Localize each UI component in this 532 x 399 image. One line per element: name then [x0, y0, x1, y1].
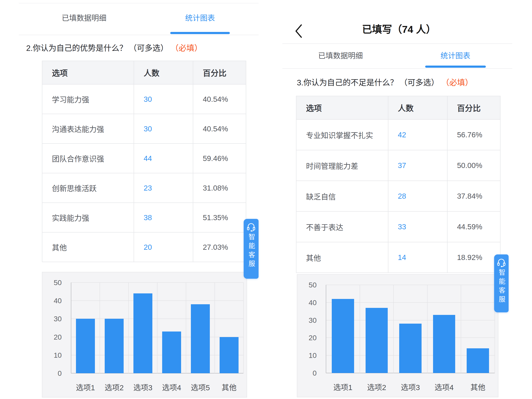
- y-tick-label: 10: [309, 351, 317, 360]
- table-row: 实践能力强3851.35%: [42, 203, 246, 232]
- bar-选项2: [105, 319, 124, 373]
- x-category-label: 选项1: [326, 382, 360, 393]
- smart-service-button[interactable]: 智能客服: [494, 254, 509, 312]
- percent-cell: 59.46%: [193, 143, 246, 173]
- question-required-badge: （必填）: [445, 78, 473, 87]
- headset-icon: [497, 258, 506, 267]
- gridline: [243, 283, 244, 373]
- count-cell[interactable]: 38: [134, 203, 193, 232]
- table-row: 团队合作意识强4459.46%: [42, 143, 246, 173]
- column-header: 百分比: [447, 96, 500, 119]
- count-cell[interactable]: 14: [388, 242, 447, 273]
- option-cell: 专业知识掌握不扎实: [296, 119, 388, 150]
- y-axis-line: [326, 285, 326, 373]
- bar-选项1: [76, 319, 95, 373]
- y-tick-label: 40: [54, 296, 62, 305]
- table-row: 其他1418.92%: [296, 242, 500, 273]
- smart-service-button[interactable]: 智能客服: [244, 219, 259, 279]
- tab-filled-data-detail[interactable]: 已填数据明细: [309, 51, 372, 61]
- gridline: [461, 285, 461, 373]
- percent-cell: 44.59%: [447, 212, 500, 242]
- bar-选项3: [399, 324, 422, 373]
- count-cell[interactable]: 28: [388, 181, 447, 212]
- option-cell: 时间管理能力差: [296, 150, 388, 181]
- x-category-label: 选项4: [157, 382, 186, 393]
- top-divider: [19, 3, 259, 3]
- option-cell: 其他: [296, 242, 388, 273]
- active-tab-indicator: [425, 65, 486, 68]
- count-cell[interactable]: 44: [134, 143, 193, 173]
- percent-cell: 56.76%: [447, 119, 500, 150]
- x-category-label: 其他: [461, 382, 495, 393]
- bar-选项2: [366, 308, 388, 373]
- x-category-label: 选项4: [427, 382, 461, 393]
- count-cell[interactable]: 30: [134, 114, 193, 143]
- bar-选项4: [162, 332, 181, 373]
- percent-cell: 40.54%: [193, 84, 246, 114]
- bar-其他: [220, 337, 239, 373]
- tabbar-divider: [282, 68, 512, 69]
- table-row: 缺乏自信2837.84%: [296, 181, 500, 212]
- y-tick-label: 40: [309, 298, 317, 307]
- bar-选项1: [332, 299, 354, 373]
- percent-cell: 51.35%: [193, 203, 246, 232]
- option-cell: 沟通表达能力强: [42, 114, 134, 143]
- y-tick-label: 50: [54, 278, 62, 287]
- question-text: 2.你认为自己的优势是什么？: [26, 44, 127, 53]
- gridline: [326, 285, 495, 285]
- tab-statistics-chart[interactable]: 统计图表: [168, 13, 232, 23]
- count-cell[interactable]: 37: [388, 150, 447, 181]
- y-tick-label: 20: [309, 334, 317, 342]
- percent-cell: 40.54%: [193, 114, 246, 143]
- active-tab-indicator: [170, 32, 230, 34]
- x-category-label: 选项2: [100, 382, 128, 393]
- table-row: 其他2027.03%: [42, 232, 246, 262]
- stats-table-q3: 选项人数百分比专业知识掌握不扎实4256.76%时间管理能力差3750.00%缺…: [296, 96, 500, 273]
- percent-cell: 50.00%: [447, 150, 500, 181]
- question-text: 3.你认为自己的不足是什么？: [297, 78, 398, 87]
- percent-cell: 27.03%: [193, 232, 246, 262]
- page-title: 已填写（74 人）: [266, 23, 532, 36]
- y-tick-label: 10: [54, 351, 62, 359]
- y-axis-line: [71, 283, 71, 373]
- count-cell[interactable]: 42: [388, 119, 447, 150]
- gridline: [393, 285, 394, 373]
- table-row: 沟通表达能力强3040.54%: [42, 114, 246, 143]
- column-header: 人数: [388, 96, 447, 119]
- x-category-label: 选项5: [186, 382, 215, 393]
- option-cell: 创新思维活跃: [42, 173, 134, 203]
- tab-filled-data-detail[interactable]: 已填数据明细: [52, 13, 116, 23]
- column-header: 选项: [42, 61, 134, 84]
- column-header: 选项: [296, 96, 388, 119]
- x-category-label: 选项2: [360, 382, 394, 393]
- percent-cell: 37.84%: [447, 181, 500, 212]
- gridline: [215, 283, 215, 373]
- column-header: 人数: [134, 61, 193, 84]
- tabbar-divider: [19, 35, 259, 35]
- bar-选项3: [133, 293, 152, 373]
- headset-icon: [247, 223, 256, 232]
- gridline: [128, 283, 129, 373]
- x-category-label: 选项1: [71, 382, 100, 393]
- smart-service-label: 智能客服: [497, 269, 506, 305]
- question-title-q2: 2.你认为自己的优势是什么？（可多选）（必填）: [26, 43, 202, 54]
- question-required-badge: （必填）: [175, 44, 202, 53]
- gridline: [100, 283, 100, 373]
- bar-chart-q3: 01020304050选项1选项2选项3选项4其他: [297, 274, 498, 397]
- tab-statistics-chart[interactable]: 统计图表: [424, 51, 487, 61]
- option-cell: 其他: [42, 232, 134, 262]
- count-cell[interactable]: 23: [134, 173, 193, 203]
- percent-cell: 31.08%: [193, 173, 246, 203]
- count-cell[interactable]: 20: [134, 232, 193, 262]
- count-cell[interactable]: 33: [388, 212, 447, 242]
- y-tick-label: 50: [309, 281, 317, 289]
- y-tick-label: 30: [309, 316, 317, 324]
- x-category-label: 其他: [215, 382, 243, 393]
- option-cell: 实践能力强: [42, 203, 134, 232]
- question-multi-hint: （可多选）: [129, 44, 168, 53]
- x-category-label: 选项3: [128, 382, 157, 393]
- y-tick-label: 20: [54, 333, 62, 341]
- option-cell: 缺乏自信: [296, 181, 388, 212]
- bar-选项4: [433, 315, 455, 373]
- count-cell[interactable]: 30: [134, 84, 193, 114]
